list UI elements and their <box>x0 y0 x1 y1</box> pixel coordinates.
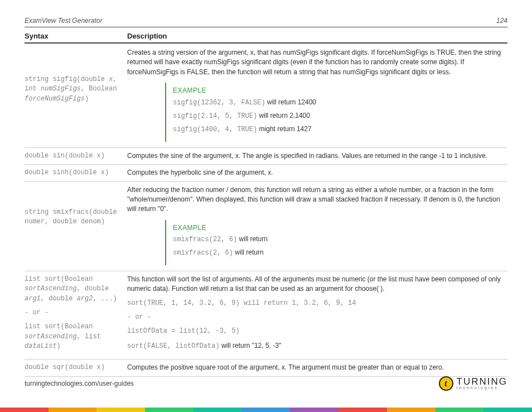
code-line: sort(FALSE, listOfData) will return "12,… <box>127 341 507 351</box>
doc-title: ExamView Test Generator <box>25 17 102 25</box>
footer-url: turningtechnologies.com/user-guides <box>25 380 134 387</box>
syntax-cell-sigfig: string sigfig(double x, int numSigFigs, … <box>25 48 127 144</box>
page-number: 124 <box>496 17 507 25</box>
table-row: double sqr(double x) Computes the positi… <box>25 360 507 376</box>
example-box: EXAMPLE sigfig(12362, 3, FALSE) will ret… <box>165 83 507 142</box>
syntax-cell-sin: double sin(double x) <box>25 151 127 161</box>
or-separator: - or - <box>25 308 123 318</box>
turning-logo: t TURNING technologies <box>439 376 507 391</box>
desc-cell-sort: This function will sort the list of argu… <box>127 275 507 356</box>
example-line: sigfig(12362, 3, FALSE) will return 1240… <box>173 98 507 108</box>
example-line: sigfig(1400, 4, TRUE) might return 1427 <box>173 124 507 135</box>
example-line: smixfracs(2, 6) will return <box>173 248 507 258</box>
document-page: ExamView Test Generator 124 Syntax Descr… <box>0 0 532 412</box>
desc-cell-sigfig: Creates a string version of the argument… <box>127 48 507 144</box>
syntax-cell-smixfracs: string smixfracs(double numer, double de… <box>25 185 127 267</box>
desc-text: This function will sort the list of argu… <box>127 275 507 294</box>
table-row: double sinh(double x) Computes the hyper… <box>25 165 507 181</box>
code-line: sort(TRUE, 1, 14, 3.2, 6, 9) will return… <box>127 299 507 308</box>
desc-cell-smixfracs: After reducing the fraction numer / deno… <box>127 185 507 267</box>
example-line: smixfracs(22, 6) will return <box>173 234 507 245</box>
syntax-cell-sort: list sort(Boolean sortAscending, double … <box>25 275 127 356</box>
desc-cell-sinh: Computes the hyperbolic sine of the argu… <box>127 168 507 178</box>
example-label: EXAMPLE <box>173 223 507 233</box>
syntax-cell-sqr: double sqr(double x) <box>25 363 127 372</box>
or-separator: - or - <box>127 313 507 322</box>
logo-icon: t <box>439 376 453 391</box>
desc-cell-sqr: Computes the positive square root of the… <box>127 363 507 372</box>
desc-cell-sin: Computes the sine of the argument, x. Th… <box>127 151 507 161</box>
syntax-cell-sinh: double sinh(double x) <box>25 168 127 178</box>
example-box: EXAMPLE smixfracs(22, 6) will return smi… <box>165 220 507 265</box>
table-row: double sin(double x) Computes the sine o… <box>25 148 507 165</box>
code-line: listOfData = list(12, -3, 5) <box>127 327 507 336</box>
example-label: EXAMPLE <box>173 86 507 95</box>
rainbow-border <box>0 408 532 412</box>
example-line: sigfig(2.14, 5, TRUE) will return 2.1400 <box>173 111 507 121</box>
table-row: string sigfig(double x, int numSigFigs, … <box>25 45 507 148</box>
col-header-description: Description <box>127 32 507 40</box>
page-footer: turningtechnologies.com/user-guides t TU… <box>25 376 507 391</box>
desc-text: Creates a string version of the argument… <box>127 48 507 77</box>
table-header-row: Syntax Description <box>25 32 507 44</box>
col-header-syntax: Syntax <box>25 32 127 40</box>
page-header: ExamView Test Generator 124 <box>25 17 507 27</box>
desc-text: After reducing the fraction numer / deno… <box>127 185 507 214</box>
logo-text: TURNING technologies <box>457 377 507 390</box>
table-row: string smixfracs(double numer, double de… <box>25 182 507 271</box>
table-row: list sort(Boolean sortAscending, double … <box>25 271 507 360</box>
